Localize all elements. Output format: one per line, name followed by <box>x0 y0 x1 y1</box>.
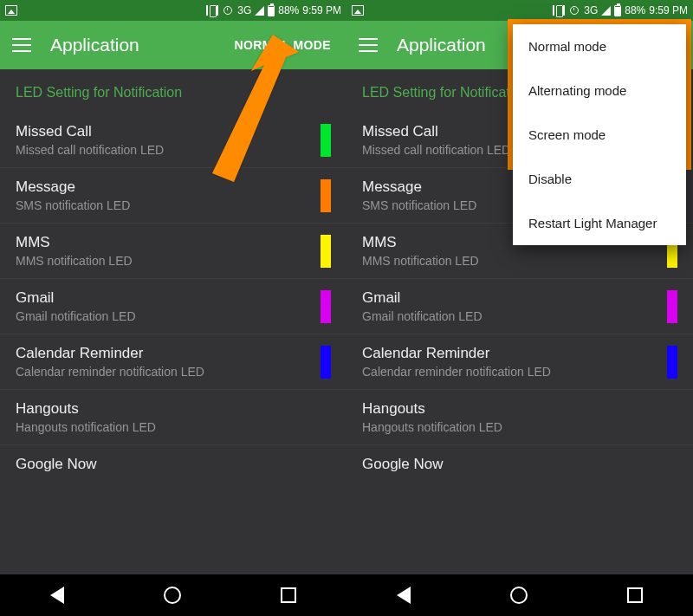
menu-item-alternating[interactable]: Alternating mode <box>513 68 686 113</box>
color-swatch <box>321 124 331 157</box>
signal-icon <box>255 6 264 16</box>
row-subtitle: MMS notification LED <box>362 254 660 268</box>
color-swatch <box>321 290 331 323</box>
vibrate-icon <box>206 5 218 16</box>
row-subtitle: Hangouts notification LED <box>16 420 331 434</box>
network-label: 3G <box>237 4 251 16</box>
nav-bar <box>0 574 346 616</box>
color-swatch <box>667 290 677 323</box>
row-title: Calendar Reminder <box>362 345 660 362</box>
row-title: Gmail <box>362 289 660 307</box>
row-message[interactable]: Message SMS notification LED <box>0 168 346 224</box>
vibrate-icon <box>553 5 565 16</box>
row-subtitle: Gmail notification LED <box>362 309 660 323</box>
row-title: Google Now <box>362 456 677 473</box>
home-button[interactable] <box>510 587 528 604</box>
mode-button[interactable]: NORMAL MODE <box>235 38 331 52</box>
battery-label: 88% <box>625 4 645 16</box>
mode-menu: Normal mode Alternating mode Screen mode… <box>513 24 686 245</box>
row-subtitle: Calendar reminder notification LED <box>16 365 314 379</box>
row-subtitle: Gmail notification LED <box>16 309 314 323</box>
row-subtitle: Missed call notification LED <box>16 143 314 157</box>
status-bar: 3G 88% 9:59 PM <box>0 0 346 21</box>
row-gmail[interactable]: Gmail Gmail notification LED <box>0 279 346 334</box>
settings-list[interactable]: LED Setting for Notification Missed Call… <box>0 69 346 574</box>
color-swatch <box>321 346 331 379</box>
row-hangouts[interactable]: Hangouts Hangouts notification LED <box>346 390 693 445</box>
row-google-now[interactable]: Google Now <box>346 445 693 486</box>
row-title: Message <box>16 178 314 196</box>
alarm-icon <box>568 5 580 16</box>
alarm-icon <box>222 5 234 16</box>
back-button[interactable] <box>397 587 411 604</box>
menu-item-restart[interactable]: Restart Light Manager <box>513 201 686 245</box>
clock-label: 9:59 PM <box>302 4 341 16</box>
row-title: Gmail <box>16 289 314 307</box>
recent-button[interactable] <box>627 587 643 603</box>
row-missed-call[interactable]: Missed Call Missed call notification LED <box>0 113 346 168</box>
app-bar: Application NORMAL MODE <box>0 21 346 69</box>
battery-icon <box>268 5 275 16</box>
signal-icon <box>601 6 611 16</box>
picture-icon <box>352 5 364 16</box>
recent-button[interactable] <box>281 587 296 603</box>
row-title: Google Now <box>16 456 331 473</box>
battery-icon <box>614 5 621 16</box>
menu-icon[interactable] <box>12 38 31 52</box>
color-swatch <box>667 346 677 379</box>
row-mms[interactable]: MMS MMS notification LED <box>0 224 346 279</box>
app-title: Application <box>50 35 235 55</box>
menu-item-normal[interactable]: Normal mode <box>513 24 686 68</box>
battery-label: 88% <box>278 4 299 16</box>
menu-icon[interactable] <box>359 38 378 52</box>
row-subtitle: MMS notification LED <box>16 254 314 268</box>
row-hangouts[interactable]: Hangouts Hangouts notification LED <box>0 390 346 445</box>
row-subtitle: Hangouts notification LED <box>362 420 677 434</box>
row-title: Hangouts <box>16 400 331 418</box>
row-title: Missed Call <box>16 123 314 140</box>
nav-bar <box>346 574 693 616</box>
row-title: Hangouts <box>362 400 677 418</box>
picture-icon <box>5 5 17 16</box>
home-button[interactable] <box>164 587 181 604</box>
row-title: Calendar Reminder <box>16 345 314 362</box>
row-calendar[interactable]: Calendar Reminder Calendar reminder noti… <box>346 334 693 390</box>
row-gmail[interactable]: Gmail Gmail notification LED <box>346 279 693 334</box>
row-subtitle: Calendar reminder notification LED <box>362 365 660 379</box>
section-header: LED Setting for Notification <box>0 69 346 113</box>
color-swatch <box>321 179 331 212</box>
status-bar: 3G 88% 9:59 PM <box>346 0 693 21</box>
clock-label: 9:59 PM <box>649 4 688 16</box>
menu-item-screen[interactable]: Screen mode <box>513 113 686 157</box>
row-subtitle: SMS notification LED <box>16 198 314 212</box>
row-google-now[interactable]: Google Now <box>0 445 346 486</box>
phone-left: 3G 88% 9:59 PM Application NORMAL MODE L… <box>0 0 346 616</box>
network-label: 3G <box>584 4 598 16</box>
row-title: MMS <box>16 234 314 251</box>
row-calendar[interactable]: Calendar Reminder Calendar reminder noti… <box>0 334 346 390</box>
phone-right: 3G 88% 9:59 PM Application X LED Setting… <box>346 0 693 616</box>
menu-item-disable[interactable]: Disable <box>513 157 686 201</box>
back-button[interactable] <box>50 587 64 604</box>
color-swatch <box>321 235 331 268</box>
